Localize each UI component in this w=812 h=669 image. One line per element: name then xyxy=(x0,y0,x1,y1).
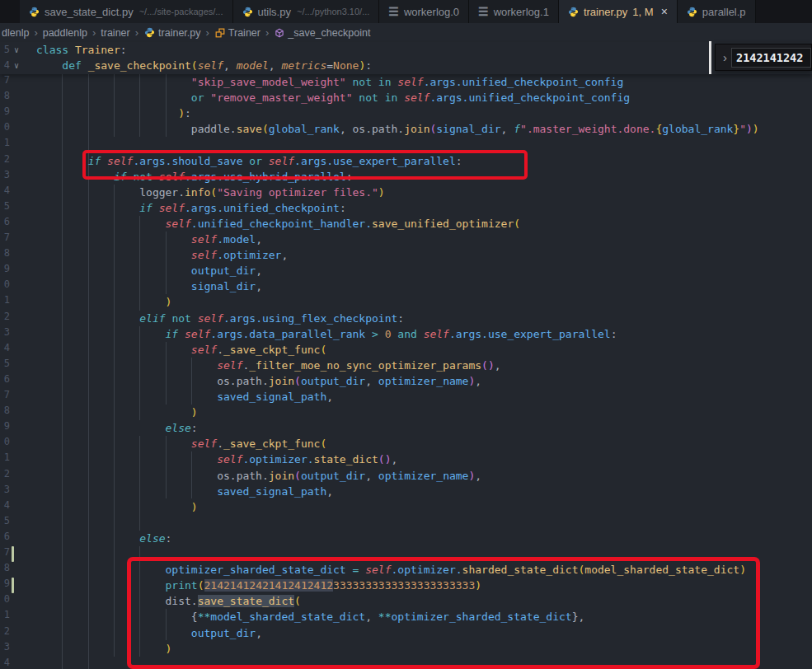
breadcrumb-item-trainer.py[interactable]: trainer.py xyxy=(143,27,200,39)
line-number[interactable]: 6 xyxy=(0,216,10,227)
line-number[interactable]: 2 xyxy=(0,311,10,322)
code-line[interactable]: ) xyxy=(36,405,198,420)
git-added-marker xyxy=(12,578,14,593)
line-number[interactable]: 0 xyxy=(0,436,10,447)
line-number[interactable]: 0 xyxy=(0,593,10,605)
line-number[interactable]: 3 xyxy=(0,641,10,653)
line-number[interactable]: 4 xyxy=(0,657,10,668)
code-line[interactable]: print(2142141242141241241233333333333333… xyxy=(36,578,481,593)
breadcrumb-item-dlenlp[interactable]: dlenlp xyxy=(2,27,29,39)
code-line[interactable]: ) xyxy=(36,294,171,310)
line-number[interactable]: 8 xyxy=(0,247,10,259)
line-number[interactable]: 0 xyxy=(0,121,10,133)
line-number[interactable]: 7 xyxy=(0,546,10,558)
code-line[interactable]: os.path.join(output_dir, optimizer_name)… xyxy=(36,468,481,484)
line-number[interactable]: 1 xyxy=(0,137,10,148)
line-number[interactable]: 9 xyxy=(0,263,10,274)
breadcrumb-item-paddlenlp[interactable]: paddlenlp xyxy=(43,27,87,39)
code-line[interactable]: saved_signal_path, xyxy=(36,389,333,405)
breadcrumb-item-_save_checkpoint[interactable]: _save_checkpoint xyxy=(274,27,370,39)
fold-chevron-icon[interactable]: ∨ xyxy=(14,58,19,73)
line-number[interactable]: 9 xyxy=(0,578,10,589)
code-line[interactable]: {**model_sharded_state_dict, **optimizer… xyxy=(36,609,584,625)
line-number[interactable]: 0 xyxy=(0,278,10,290)
code-line[interactable]: dist.save_state_dict( xyxy=(36,593,301,609)
line-number[interactable]: 4 xyxy=(0,185,10,196)
tab-close-icon[interactable]: × xyxy=(661,6,668,17)
code-line[interactable]: or "remove_master_weight" not in self.ar… xyxy=(36,90,630,105)
line-number[interactable]: 4 xyxy=(0,499,10,511)
code-line[interactable]: self.model, xyxy=(36,232,262,247)
sticky-line[interactable]: 5∨class Trainer: xyxy=(0,42,812,58)
code-line[interactable]: paddle.save(global_rank, os.path.join(si… xyxy=(36,121,759,137)
code-line[interactable]: optimizer_sharded_state_dict = self.opti… xyxy=(36,562,746,578)
tab-save_state_dict.py[interactable]: save_state_dict.py~/.../site-packages/..… xyxy=(20,0,233,23)
line-number[interactable]: 5 xyxy=(0,42,10,58)
line-number[interactable]: 1 xyxy=(0,609,10,620)
code-line[interactable]: ): xyxy=(36,105,191,121)
find-toggle-chevron-icon[interactable]: › xyxy=(719,50,731,64)
code-line[interactable]: ) xyxy=(36,499,198,515)
tab-utils.py[interactable]: utils.py~/.../python3.10/... xyxy=(233,0,380,23)
line-number[interactable]: 9 xyxy=(0,105,10,117)
line-number[interactable]: 8 xyxy=(0,90,10,101)
code-line[interactable]: output_dir, xyxy=(36,263,262,278)
fold-chevron-icon[interactable]: ∨ xyxy=(14,42,19,58)
line-number[interactable]: 5 xyxy=(0,515,10,526)
editor[interactable]: 7 "skip_save_model_weight" not in self.a… xyxy=(0,42,812,669)
code-line[interactable]: else: xyxy=(36,420,198,436)
tab-trainer.py[interactable]: trainer.py1, M× xyxy=(559,0,678,23)
code-line[interactable]: self.optimizer.state_dict(), xyxy=(36,451,397,467)
code-line[interactable]: "skip_save_model_weight" not in self.arg… xyxy=(36,74,623,90)
line-number[interactable]: 3 xyxy=(0,169,10,180)
line-number[interactable]: 8 xyxy=(0,405,10,416)
tab-parallel.p[interactable]: parallel.p xyxy=(678,0,756,23)
breadcrumb-separator-icon: › xyxy=(265,26,269,39)
line-number[interactable]: 4 xyxy=(0,342,10,353)
code-line[interactable]: if self.args.data_parallel_rank > 0 and … xyxy=(36,326,617,342)
code-line[interactable]: self._save_ckpt_func( xyxy=(36,436,326,451)
line-number[interactable]: 6 xyxy=(0,373,10,385)
line-number[interactable]: 7 xyxy=(0,74,10,86)
line-number[interactable]: 8 xyxy=(0,562,10,573)
line-number[interactable]: 7 xyxy=(0,389,10,400)
code-area[interactable]: 7 "skip_save_model_weight" not in self.a… xyxy=(0,74,812,669)
code-line[interactable]: if self.args.unified_checkpoint: xyxy=(36,200,346,216)
find-resize-sash[interactable] xyxy=(709,41,711,74)
find-widget-box: › 2142141242 xyxy=(715,44,812,71)
breadcrumb-item-trainer[interactable]: trainer xyxy=(101,27,129,39)
code-line[interactable]: output_dir, xyxy=(36,625,262,641)
code-line[interactable]: self.optimizer, xyxy=(36,247,288,263)
code-line[interactable]: saved_signal_path, xyxy=(36,484,333,499)
code-line[interactable]: os.path.join(output_dir, optimizer_name)… xyxy=(36,373,481,389)
line-number[interactable]: 3 xyxy=(0,484,10,495)
line-number[interactable]: 6 xyxy=(0,531,10,542)
line-number[interactable]: 2 xyxy=(0,153,10,165)
line-number[interactable]: 5 xyxy=(0,358,10,369)
code-line[interactable]: self._filter_moe_no_sync_optimizer_param… xyxy=(36,358,501,373)
line-number[interactable]: 1 xyxy=(0,294,10,306)
tab-workerlog.1[interactable]: ☰workerlog.1 xyxy=(469,0,559,23)
code-line[interactable]: elif not self.args.using_flex_checkpoint… xyxy=(36,311,404,326)
line-number[interactable]: 9 xyxy=(0,420,10,432)
line-number[interactable]: 7 xyxy=(0,232,10,243)
line-number[interactable]: 1 xyxy=(0,451,10,463)
line-number[interactable]: 2 xyxy=(0,468,10,480)
line-number[interactable]: 5 xyxy=(0,200,10,212)
code-line[interactable]: if self.args.should_save or self.args.us… xyxy=(36,153,462,169)
code-line[interactable]: signal_dir, xyxy=(36,278,262,294)
sticky-line[interactable]: 4∨ def _save_checkpoint(self, model, met… xyxy=(0,58,812,73)
code-line[interactable]: self.unified_checkpoint_handler.save_uni… xyxy=(36,216,520,232)
sticky-scroll[interactable]: 5∨class Trainer:4∨ def _save_checkpoint(… xyxy=(0,42,812,74)
breadcrumb-item-Trainer[interactable]: Trainer xyxy=(214,27,260,39)
line-number[interactable]: 4 xyxy=(0,58,10,73)
code-line[interactable]: if not self.args.use_hybrid_parallel: xyxy=(36,169,353,185)
code-line[interactable]: self._save_ckpt_func( xyxy=(36,342,326,358)
code-line[interactable]: ) xyxy=(36,641,171,657)
tab-workerlog.0[interactable]: ☰workerlog.0 xyxy=(379,0,469,23)
find-input[interactable]: 2142141242 xyxy=(731,48,811,68)
line-number[interactable]: 3 xyxy=(0,326,10,338)
code-line[interactable]: else: xyxy=(36,531,171,546)
code-line[interactable]: logger.info("Saving optimizer files.") xyxy=(36,185,385,200)
line-number[interactable]: 2 xyxy=(0,625,10,637)
